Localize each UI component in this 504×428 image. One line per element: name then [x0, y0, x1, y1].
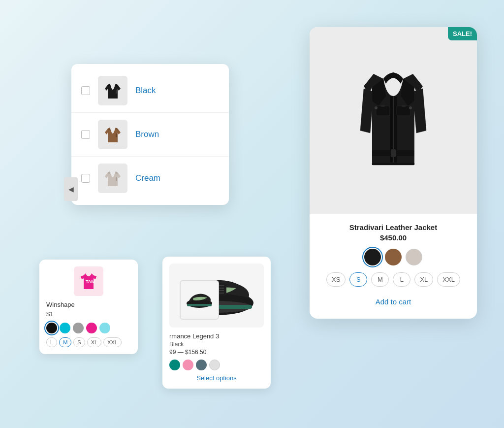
jacket-thumb-cream — [98, 164, 127, 193]
svg-point-23 — [409, 106, 412, 109]
jacket-thumb-brown — [98, 120, 127, 149]
filter-item-black[interactable]: Black — [71, 69, 229, 113]
nike-shoe-price: 99 — $156.50 — [169, 349, 264, 356]
svg-rect-13 — [187, 304, 212, 306]
jacket-price: $450.00 — [319, 233, 467, 242]
filter-label-cream: Cream — [135, 173, 160, 183]
jacket-size-buttons: XS S M L XL XXL — [319, 272, 467, 287]
checkbox-brown[interactable] — [81, 130, 90, 139]
svg-rect-16 — [376, 106, 390, 116]
swatch-black[interactable] — [46, 323, 57, 333]
nike-shoe-thumbnail — [180, 280, 219, 320]
swatch-teal[interactable] — [60, 323, 70, 333]
shoe-swatch-pink[interactable] — [183, 360, 193, 370]
add-to-cart-button[interactable]: Add to cart — [319, 295, 467, 309]
winshape-image: TAM — [74, 266, 103, 296]
jacket-size-XS[interactable]: XS — [326, 272, 346, 287]
svg-rect-17 — [381, 105, 385, 107]
swatch-gray[interactable] — [73, 323, 84, 333]
size-S[interactable]: S — [73, 337, 85, 347]
checkbox-black[interactable] — [81, 86, 90, 95]
nike-shoe-name: rmance Legend 3 — [169, 332, 264, 340]
leather-jacket-card: SALE! — [310, 27, 477, 319]
leather-jacket-details: Stradivari Leather Jacket $450.00 XS S M… — [310, 214, 477, 319]
winshape-size-buttons: L M S XL XXL — [46, 337, 131, 347]
jacket-size-M[interactable]: M — [371, 272, 389, 287]
jacket-size-S[interactable]: S — [349, 272, 367, 287]
color-filter-panel: Black Brown Cream — [71, 64, 229, 205]
jacket-swatch-cream[interactable] — [406, 249, 422, 265]
jacket-size-XXL[interactable]: XXL — [437, 272, 460, 287]
jacket-size-XL[interactable]: XL — [414, 272, 433, 287]
svg-rect-1 — [116, 133, 117, 137]
svg-rect-0 — [116, 90, 117, 94]
jacket-name: Stradivari Leather Jacket — [319, 223, 467, 231]
shoe-swatch-darkgray[interactable] — [196, 360, 207, 370]
filter-label-brown: Brown — [135, 130, 159, 139]
chevron-left-button[interactable]: ◀ — [64, 177, 78, 201]
winshape-name: Winshape — [46, 301, 131, 308]
jacket-swatch-brown[interactable] — [385, 249, 402, 265]
filter-label-black: Black — [135, 86, 156, 96]
filter-item-brown[interactable]: Brown — [71, 113, 229, 157]
svg-rect-19 — [402, 105, 406, 107]
winshape-card: TAM Winshape $1 L M S XL XXL — [39, 260, 138, 354]
nike-shoe-card: rmance Legend 3 Black 99 — $156.50 Selec… — [162, 257, 271, 389]
jacket-size-L[interactable]: L — [393, 272, 410, 287]
swatch-lightblue[interactable] — [99, 323, 110, 333]
nike-shoe-variant: Black — [169, 341, 264, 348]
swatch-pink[interactable] — [86, 323, 97, 333]
size-XL[interactable]: XL — [87, 337, 101, 347]
jacket-swatch-black[interactable] — [364, 249, 381, 265]
shoe-swatch-teal[interactable] — [169, 360, 180, 370]
shoe-swatch-lightgray[interactable] — [209, 360, 220, 370]
winshape-color-swatches — [46, 323, 131, 333]
checkbox-cream[interactable] — [81, 174, 90, 183]
size-L[interactable]: L — [46, 337, 57, 347]
winshape-price: $1 — [46, 310, 131, 318]
jacket-color-swatches — [319, 249, 467, 265]
nike-shoe-swatches — [169, 360, 264, 370]
svg-rect-18 — [397, 106, 410, 116]
svg-rect-2 — [116, 177, 117, 181]
filter-item-cream[interactable]: Cream — [71, 157, 229, 200]
svg-rect-21 — [391, 149, 396, 157]
svg-point-22 — [375, 106, 378, 109]
svg-text:TAM: TAM — [86, 279, 95, 284]
size-XXL[interactable]: XXL — [103, 337, 122, 347]
leather-jacket-image: SALE! — [310, 27, 477, 214]
svg-rect-24 — [372, 163, 414, 165]
chevron-left-icon: ◀ — [68, 185, 74, 193]
jacket-thumb-black — [98, 76, 127, 105]
sale-badge: SALE! — [448, 27, 477, 40]
select-options-button[interactable]: Select options — [169, 374, 264, 382]
size-M[interactable]: M — [59, 337, 71, 347]
